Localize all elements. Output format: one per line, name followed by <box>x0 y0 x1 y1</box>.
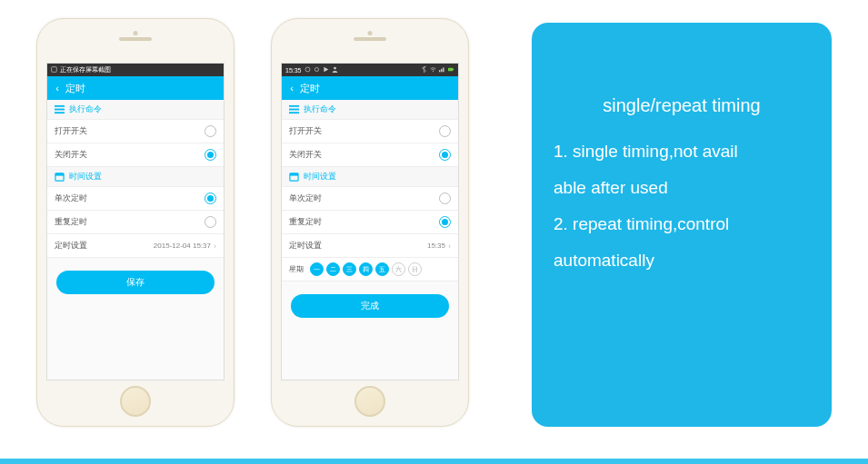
section-execute: 执行命令 <box>47 100 224 120</box>
time-value: 2015-12-04 15:37 <box>154 242 211 250</box>
svg-rect-19 <box>290 173 298 176</box>
row-time-setting[interactable]: 定时设置 2015-12-04 15:37 › <box>47 234 224 258</box>
row-label: 打开开关 <box>55 125 205 137</box>
info-line: 2. repeat timing,control <box>554 206 810 242</box>
battery-icon <box>448 66 454 74</box>
svg-rect-2 <box>55 109 65 111</box>
row-single-timing[interactable]: 单次定时 <box>282 187 458 211</box>
row-repeat-timing[interactable]: 重复定时 <box>47 211 224 234</box>
section-execute: 执行命令 <box>282 100 458 120</box>
row-label: 单次定时 <box>55 193 205 204</box>
calendar-icon <box>289 172 299 182</box>
screen-2: 15:35 <box>281 63 459 380</box>
statusbar-text: 正在保存屏幕截图 <box>60 65 111 74</box>
weekday-row: 星期 一 二 三 四 五 六 日 <box>282 258 458 281</box>
row-label: 打开开关 <box>289 125 439 137</box>
home-button[interactable] <box>120 386 151 417</box>
radio-icon[interactable] <box>439 125 451 137</box>
day-toggle[interactable]: 六 <box>392 262 405 276</box>
done-button[interactable]: 完成 <box>291 294 449 318</box>
row-repeat-timing[interactable]: 重复定时 <box>282 211 458 234</box>
day-toggle[interactable]: 一 <box>310 262 324 276</box>
app-header-1: ‹ 定时 <box>47 76 224 100</box>
time-value: 15:35 <box>427 242 445 250</box>
statusbar-1: 正在保存屏幕截图 <box>47 64 224 76</box>
screen-1: 正在保存屏幕截图 ‹ 定时 执行命令 打开开关 关闭开关 <box>46 63 224 380</box>
svg-marker-7 <box>324 67 328 73</box>
svg-rect-15 <box>289 105 299 107</box>
section-label: 时间设置 <box>304 171 336 183</box>
row-label: 重复定时 <box>289 216 439 228</box>
svg-rect-0 <box>52 67 57 73</box>
wifi-icon <box>430 66 436 74</box>
home-button[interactable] <box>354 386 385 417</box>
sync-icon <box>314 66 320 74</box>
radio-icon[interactable] <box>205 216 216 228</box>
section-time: 时间设置 <box>282 167 458 187</box>
svg-rect-3 <box>55 112 65 114</box>
svg-point-9 <box>433 71 434 72</box>
save-button[interactable]: 保存 <box>56 271 215 294</box>
back-icon[interactable]: ‹ <box>53 83 62 94</box>
back-icon[interactable]: ‹ <box>287 83 296 94</box>
radio-icon[interactable] <box>439 193 451 204</box>
day-toggle[interactable]: 五 <box>375 262 389 276</box>
week-label: 星期 <box>289 264 304 274</box>
row-label: 单次定时 <box>289 193 439 204</box>
radio-icon[interactable] <box>205 125 216 137</box>
list-icon <box>55 104 65 114</box>
chevron-right-icon: › <box>448 242 451 251</box>
svg-point-6 <box>305 67 310 72</box>
person-icon <box>332 66 338 74</box>
section-time: 时间设置 <box>47 167 224 187</box>
row-label: 定时设置 <box>55 240 154 252</box>
play-icon <box>323 66 329 74</box>
button-label: 保存 <box>126 276 145 289</box>
radio-icon[interactable] <box>439 216 451 228</box>
statusbar-2: 15:35 <box>282 64 458 76</box>
row-time-setting[interactable]: 定时设置 15:35 › <box>282 234 458 258</box>
info-panel: single/repeat timing 1. single timing,no… <box>532 23 832 427</box>
row-power-off[interactable]: 关闭开关 <box>47 143 224 167</box>
section-label: 执行命令 <box>304 104 336 115</box>
radio-icon[interactable] <box>439 149 451 161</box>
alarm-icon <box>304 66 311 74</box>
list-icon <box>289 104 299 114</box>
day-toggle[interactable]: 日 <box>408 262 422 276</box>
row-power-on[interactable]: 打开开关 <box>47 120 224 143</box>
button-label: 完成 <box>361 300 379 312</box>
row-power-on[interactable]: 打开开关 <box>282 120 458 143</box>
day-toggle[interactable]: 三 <box>343 262 356 276</box>
svg-rect-5 <box>55 173 64 176</box>
radio-icon[interactable] <box>205 193 216 204</box>
calendar-icon <box>55 172 65 182</box>
signal-icon <box>439 66 445 74</box>
phone-device-2: 15:35 <box>271 18 469 427</box>
row-label: 关闭开关 <box>289 149 439 161</box>
screenshot-icon <box>51 66 57 74</box>
row-label: 定时设置 <box>289 240 427 252</box>
info-line: automatically <box>554 242 810 279</box>
day-toggle[interactable]: 四 <box>359 262 373 276</box>
svg-rect-12 <box>443 67 444 72</box>
section-label: 时间设置 <box>69 171 102 183</box>
radio-icon[interactable] <box>205 149 216 161</box>
row-single-timing[interactable]: 单次定时 <box>47 187 224 211</box>
row-label: 关闭开关 <box>55 149 205 161</box>
status-time: 15:35 <box>285 67 302 74</box>
info-line: 1. single timing,not avail <box>554 133 810 170</box>
chevron-right-icon: › <box>214 242 216 251</box>
row-label: 重复定时 <box>55 216 205 228</box>
layout-container: 正在保存屏幕截图 ‹ 定时 执行命令 打开开关 关闭开关 <box>0 0 868 464</box>
app-header-2: ‹ 定时 <box>282 76 458 100</box>
bt-icon <box>421 66 427 74</box>
day-toggle[interactable]: 二 <box>326 262 340 276</box>
svg-rect-17 <box>289 112 299 114</box>
svg-rect-13 <box>448 68 453 72</box>
svg-point-8 <box>334 67 336 70</box>
row-power-off[interactable]: 关闭开关 <box>282 143 458 167</box>
header-title: 定时 <box>65 82 85 95</box>
svg-rect-1 <box>55 105 65 107</box>
svg-rect-14 <box>453 69 454 70</box>
header-title: 定时 <box>300 82 320 95</box>
